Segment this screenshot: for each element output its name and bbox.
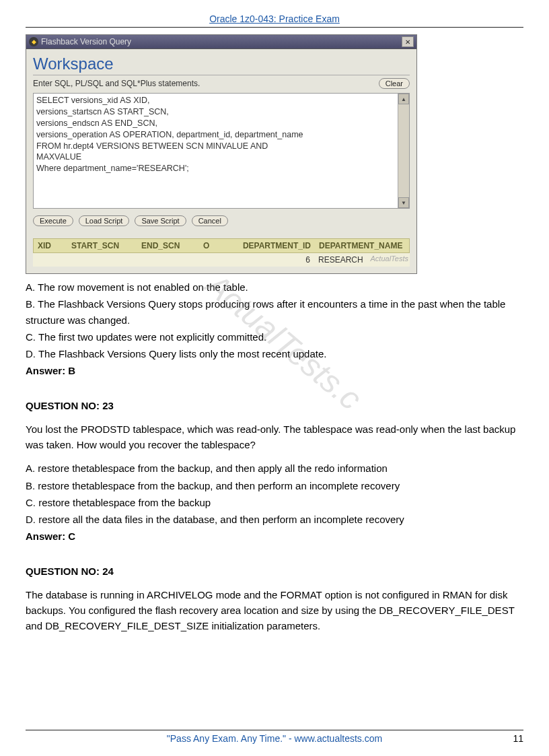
scroll-down-icon[interactable]: ▼ (398, 197, 409, 208)
result-row: 6 RESEARCH ActualTests (33, 253, 410, 267)
workspace-heading: Workspace (33, 55, 410, 75)
footer-text: "Pass Any Exam. Any Time." - www.actualt… (167, 733, 382, 744)
cancel-button[interactable]: Cancel (192, 215, 228, 226)
q23-c: C. restore thetablespace from the backup (26, 495, 523, 510)
sql-line: MAXVALUE (36, 151, 394, 163)
app-icon: ◆ (29, 37, 38, 46)
cell-dept-name-text: RESEARCH (318, 255, 363, 265)
option-b: B. The Flashback Versions Query stops pr… (26, 296, 523, 328)
page-footer: "Pass Any Exam. Any Time." - www.actualt… (26, 730, 523, 744)
clear-button[interactable]: Clear (379, 78, 410, 89)
save-script-button[interactable]: Save Script (135, 215, 186, 226)
cell-dept-id: 6 (219, 253, 314, 267)
cell-xid (33, 253, 67, 267)
col-operation: O (199, 239, 219, 252)
q23-b: B. restore thetablespace from the backup… (26, 478, 523, 493)
col-start-scn: START_SCN (67, 239, 137, 252)
execute-button[interactable]: Execute (33, 215, 73, 226)
q23-d: D. restore all the data files in the dat… (26, 512, 523, 527)
page-number: 11 (513, 733, 523, 744)
sql-line: FROM hr.dept4 VERSIONS BETWEEN SCN MINVA… (36, 141, 394, 152)
scroll-up-icon[interactable]: ▲ (398, 94, 409, 104)
sql-line: Where department_name='RESEARCH'; (36, 163, 394, 174)
screenshot-window: ◆ Flashback Version Query ✕ Workspace En… (26, 34, 417, 274)
titlebar: ◆ Flashback Version Query ✕ (26, 35, 416, 49)
q23-title: QUESTION NO: 23 (26, 398, 523, 413)
col-dept-id: DEPARTMENT_ID (219, 239, 315, 252)
q23-stem: You lost the PRODSTD tablespace, which w… (26, 421, 523, 453)
q23-answer: Answer: C (26, 528, 523, 544)
col-end-scn: END_SCN (137, 239, 199, 252)
cell-start-scn (67, 253, 137, 267)
cell-end-scn (137, 253, 198, 267)
workspace-prompt: Enter SQL, PL/SQL and SQL*Plus statement… (33, 79, 200, 88)
q23-a: A. restore thetablespace from the backup… (26, 460, 523, 476)
close-icon[interactable]: ✕ (402, 36, 414, 47)
q22-answer: Answer: B (26, 363, 523, 378)
scrollbar[interactable]: ▲ ▼ (398, 94, 409, 208)
result-header: XID START_SCN END_SCN O DEPARTMENT_ID DE… (33, 238, 410, 253)
q24-stem: The database is running in ARCHIVELOG mo… (26, 587, 523, 634)
page-header: Oracle 1z0-043: Practice Exam (26, 13, 523, 28)
q24-title: QUESTION NO: 24 (26, 563, 523, 579)
sql-textarea[interactable]: SELECT versions_xid AS XID, versions_sta… (34, 94, 397, 208)
option-d: D. The Flashback Versions Query lists on… (26, 346, 523, 362)
q22-options: A. The row movement is not enabled on th… (26, 279, 523, 379)
sql-line: versions_endscn AS END_SCN, (36, 118, 394, 129)
cell-dept-name: RESEARCH ActualTests (314, 253, 410, 267)
load-script-button[interactable]: Load Script (79, 215, 130, 226)
q23-block: QUESTION NO: 23 You lost the PRODSTD tab… (26, 398, 523, 545)
sql-textarea-wrap: SELECT versions_xid AS XID, versions_sta… (33, 93, 410, 209)
row-watermark: ActualTests (371, 254, 408, 263)
titlebar-text: Flashback Version Query (41, 37, 131, 46)
cell-op (198, 253, 219, 267)
col-xid: XID (34, 239, 67, 252)
q24-block: QUESTION NO: 24 The database is running … (26, 563, 523, 634)
sql-line: versions_startscn AS START_SCN, (36, 106, 394, 118)
option-a: A. The row movement is not enabled on th… (26, 279, 523, 295)
sql-line: SELECT versions_xid AS XID, (36, 95, 394, 106)
col-dept-name: DEPARTMENT_NAME (315, 239, 409, 252)
option-c: C. The first two updates were not explic… (26, 329, 523, 345)
sql-line: versions_operation AS OPERATION, departm… (36, 129, 394, 141)
